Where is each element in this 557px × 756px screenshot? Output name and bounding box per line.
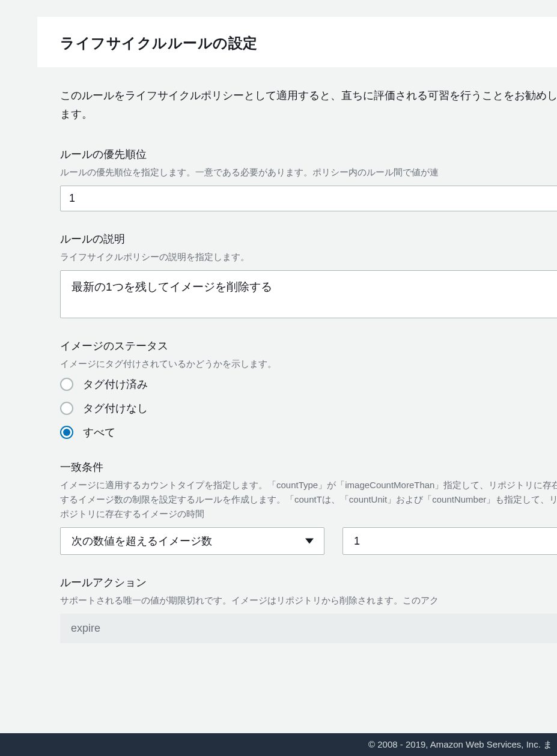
footer-bar: © 2008 - 2019, Amazon Web Services, Inc.… (0, 733, 557, 756)
description-field: ルールの説明 ライフサイクルポリシーの説明を指定します。 (60, 232, 557, 318)
radio-icon (60, 378, 73, 391)
radio-label-all: すべて (83, 425, 115, 440)
priority-help: ルールの優先順位を指定します。一意である必要があります。ポリシー内のルール間で値… (60, 165, 557, 180)
radio-option-tagged[interactable]: タグ付け済み (60, 377, 557, 392)
priority-field: ルールの優先順位 ルールの優先順位を指定します。一意である必要があります。ポリシ… (60, 147, 557, 211)
match-criteria-row: 次の数値を超えるイメージ数 (60, 527, 557, 555)
rule-action-input (60, 614, 557, 643)
count-type-select[interactable]: 次の数値を超えるイメージ数 (60, 527, 324, 555)
description-help: ライフサイクルポリシーの説明を指定します。 (60, 250, 557, 264)
radio-icon (60, 402, 73, 415)
rule-action-field: ルールアクション サポートされる唯一の値が期限切れです。イメージはリポジトリから… (60, 575, 557, 643)
chevron-down-icon (305, 539, 314, 544)
description-label: ルールの説明 (60, 232, 557, 246)
select-box: 次の数値を超えるイメージ数 (60, 527, 324, 555)
priority-label: ルールの優先順位 (60, 147, 557, 162)
description-input[interactable] (60, 270, 557, 318)
priority-input[interactable] (60, 186, 557, 211)
image-status-field: イメージのステータス イメージにタグ付けされているかどうかを示します。 タグ付け… (60, 339, 557, 440)
match-criteria-label: 一致条件 (60, 460, 557, 474)
image-status-help: イメージにタグ付けされているかどうかを示します。 (60, 357, 557, 371)
settings-content: このルールをライフサイクルポリシーとして適用すると、直ちに評価される可習を行うこ… (37, 86, 557, 643)
intro-text: このルールをライフサイクルポリシーとして適用すると、直ちに評価される可習を行うこ… (60, 86, 557, 123)
settings-panel-header: ライフサイクルルールの設定 (37, 17, 557, 67)
radio-label-untagged: タグ付けなし (83, 401, 148, 416)
radio-option-untagged[interactable]: タグ付けなし (60, 401, 557, 416)
panel-title: ライフサイクルルールの設定 (60, 34, 557, 53)
match-criteria-field: 一致条件 イメージに適用するカウントタイプを指定します。「countType」が… (60, 460, 557, 555)
rule-action-label: ルールアクション (60, 575, 557, 590)
radio-label-tagged: タグ付け済み (83, 377, 148, 392)
radio-option-all[interactable]: すべて (60, 425, 557, 440)
rule-action-help: サポートされる唯一の値が期限切れです。イメージはリポジトリから削除されます。この… (60, 593, 557, 608)
select-value: 次の数値を超えるイメージ数 (72, 534, 212, 548)
radio-icon-checked (60, 426, 73, 439)
count-number-input[interactable] (342, 527, 557, 555)
footer-copyright: © 2008 - 2019, Amazon Web Services, Inc.… (368, 739, 552, 751)
image-status-radio-group: タグ付け済み タグ付けなし すべて (60, 377, 557, 440)
image-status-label: イメージのステータス (60, 339, 557, 353)
match-criteria-help: イメージに適用するカウントタイプを指定します。「countType」が「imag… (60, 478, 557, 521)
